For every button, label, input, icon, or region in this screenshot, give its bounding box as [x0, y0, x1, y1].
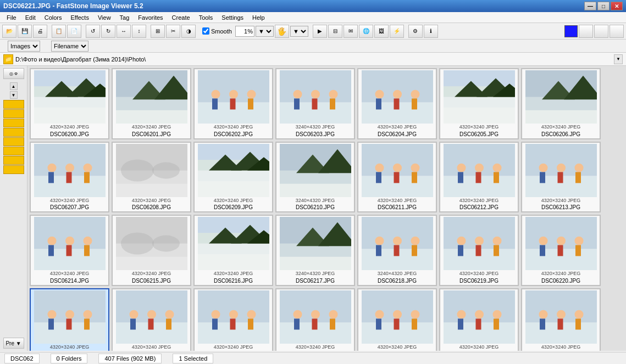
smooth-checkbox[interactable] [202, 27, 209, 35]
thumbnail-item-DSC06221.JPG[interactable]: 4320×3240 JPEGDSC06221.JPG [30, 288, 109, 351]
thumbnail-item-DSC06212.JPG[interactable]: 4320×3240 JPEGDSC06212.JPG [439, 142, 519, 213]
folder-item-3[interactable] [3, 119, 24, 127]
tb-batch-button[interactable]: ⚡ [390, 25, 404, 38]
thumbnail-item-DSC06211.JPG[interactable]: 4320×3240 JPEGDSC06211.JPG [357, 142, 437, 213]
thumbnail-area[interactable]: 4320×3240 JPEGDSC06200.JPG 4320×3240 JPE… [27, 66, 626, 351]
svg-rect-143 [557, 245, 563, 256]
svg-rect-23 [294, 98, 300, 109]
path-text: D:\Фото и видео\Драгобрат (Зима 2014)\Ph… [15, 56, 614, 63]
thumbnail-item-DSC06228.JPG[interactable]: 4320×3240 JPEGDSC06228.JPG [275, 288, 355, 351]
menu-favorites[interactable]: Favorites [134, 12, 167, 23]
tb-info-button[interactable]: ℹ [424, 25, 438, 38]
color-box[interactable] [564, 25, 578, 37]
percent-dropdown[interactable]: ▼ [256, 26, 274, 37]
tb-slideshow-button[interactable]: ▶ [313, 25, 327, 38]
tb-rotate-right-button[interactable]: ↻ [101, 25, 115, 38]
menu-colors[interactable]: Colors [40, 12, 67, 23]
thumbnail-item-DSC06217.JPG[interactable]: 3240×4320 JPEGDSC06217.JPG [275, 215, 355, 286]
folder-item-1[interactable] [3, 100, 24, 109]
thumbnail-item-DSC06230.JPG[interactable]: 4320×3240 JPEGDSC06230.JPG [439, 288, 519, 351]
tb-resize-button[interactable]: ⊞ [151, 25, 165, 38]
tb-extra1-button[interactable] [579, 25, 593, 38]
thumbnail-item-DSC06215.JPG[interactable]: 4320×3240 JPEGDSC06215.JPG [112, 215, 191, 286]
thumbnail-item-DSC06201.JPG[interactable]: 4320×3240 JPEGDSC06201.JPG [112, 68, 191, 139]
thumbnail-item-DSC06219.JPG[interactable]: 4320×3240 JPEGDSC06219.JPG [439, 215, 519, 286]
tb-email-button[interactable]: ✉ [344, 25, 358, 38]
close-button[interactable]: ✕ [611, 2, 623, 10]
path-dropdown-button[interactable]: ▼ [614, 54, 623, 64]
thumbnail-item-DSC06203.JPG[interactable]: 3240×4320 JPEGDSC06203.JPG [275, 68, 355, 139]
tb-rotate-left-button[interactable]: ↺ [86, 25, 100, 38]
thumbnail-item-DSC06231.JPG[interactable]: 4320×3240 JPEGDSC06231.JPG [521, 288, 601, 351]
svg-rect-173 [294, 318, 300, 329]
tb-print-button[interactable]: 🖨 [33, 25, 47, 38]
svg-rect-137 [494, 245, 499, 256]
menu-settings[interactable]: Settings [217, 12, 248, 23]
tb-flip-h-button[interactable]: ↔ [117, 25, 131, 38]
folder-item-2[interactable] [3, 109, 24, 118]
thumbnail-item-DSC06209.JPG[interactable]: 4320×3240 JPEGDSC06209.JPG [193, 142, 273, 213]
menu-tools[interactable]: Tools [195, 12, 218, 23]
svg-rect-185 [412, 318, 417, 329]
nav-up-arrow[interactable]: ▲ [10, 82, 18, 90]
thumbnail-image [362, 70, 433, 124]
thumbnail-item-DSC06204.JPG[interactable]: 4320×3240 JPEGDSC06204.JPG [357, 68, 437, 139]
menu-file[interactable]: File [2, 12, 21, 23]
pre-label[interactable]: Pre ▼ [3, 338, 24, 349]
thumbnail-item-DSC06200.JPG[interactable]: 4320×3240 JPEGDSC06200.JPG [30, 68, 109, 139]
tb-wallpaper-button[interactable]: 🖼 [374, 25, 389, 38]
folder-item-8[interactable] [3, 165, 24, 174]
menu-create[interactable]: Create [168, 12, 195, 23]
thumbnail-name: DSC06207.JPG [50, 204, 89, 210]
tb-copy-button[interactable]: 📋 [52, 25, 66, 38]
thumbnail-item-DSC06220.JPG[interactable]: 4320×3240 JPEGDSC06220.JPG [521, 215, 601, 286]
thumbnail-item-DSC06213.JPG[interactable]: 4320×3240 JPEGDSC06213.JPG [521, 142, 601, 213]
maximize-button[interactable]: □ [597, 2, 610, 10]
images-select[interactable]: Images [8, 41, 40, 52]
minimize-button[interactable]: — [584, 2, 596, 10]
thumbnail-item-DSC06206.JPG[interactable]: 4320×3240 JPEGDSC06206.JPG [521, 68, 601, 139]
nav-down-arrow[interactable]: ▼ [10, 91, 18, 99]
folder-item-5[interactable] [3, 137, 24, 146]
thumbnail-item-DSC06218.JPG[interactable]: 3240×4320 JPEGDSC06218.JPG [357, 215, 437, 286]
menu-edit[interactable]: Edit [21, 12, 40, 23]
tb-hand-tool[interactable]: 🖐 [275, 25, 289, 38]
tb-compare-button[interactable]: ⊟ [328, 25, 342, 38]
thumbnail-item-DSC06208.JPG[interactable]: 4320×3240 JPEGDSC06208.JPG [112, 142, 191, 213]
tb-extra3-button[interactable] [610, 25, 624, 38]
svg-rect-102 [66, 245, 71, 256]
thumbnail-item-DSC06205.JPG[interactable]: 4320×3240 JPEGDSC06205.JPG [439, 68, 519, 139]
thumbnail-item-DSC06222.JPG[interactable]: 4320×3240 JPEGDSC06222.JPG [112, 288, 191, 351]
thumbnail-image [362, 290, 433, 344]
tb-flip-v-button[interactable]: ↕ [132, 25, 146, 38]
menu-tag[interactable]: Tag [115, 12, 134, 23]
tb-save-button[interactable]: 💾 [18, 25, 32, 38]
window-controls: — □ ✕ [584, 2, 623, 10]
thumbnail-meta: 4320×3240 JPEG [214, 344, 253, 351]
percent-input[interactable]: 1% [235, 26, 254, 37]
tb-adjust-button[interactable]: ◑ [181, 25, 196, 38]
thumbnail-item-DSC06216.JPG[interactable]: 4320×3240 JPEGDSC06216.JPG [193, 215, 273, 286]
menu-view[interactable]: View [93, 12, 115, 23]
tb-options-button[interactable]: ⚙ [408, 25, 423, 38]
tb-crop-button[interactable]: ✂ [166, 25, 180, 38]
hand-dropdown[interactable]: ▼ [290, 26, 308, 37]
folder-item-7[interactable] [3, 156, 24, 165]
thumbnail-item-DSC06227.JPG[interactable]: 4320×3240 JPEGDSC06227.JPG [193, 288, 273, 351]
thumbnail-name: DSC06205.JPG [459, 131, 498, 137]
thumbnail-item-DSC06210.JPG[interactable]: 3240×4320 JPEGDSC06210.JPG [275, 142, 355, 213]
menu-help[interactable]: Help [248, 12, 269, 23]
panel-toggle-button[interactable]: ◎ Ф [3, 68, 24, 79]
thumbnail-item-DSC06202.JPG[interactable]: 4320×3240 JPEGDSC06202.JPG [193, 68, 273, 139]
folder-item-4[interactable] [3, 128, 24, 137]
thumbnail-item-DSC06207.JPG[interactable]: 4320×3240 JPEGDSC06207.JPG [30, 142, 109, 213]
tb-web-button[interactable]: 🌐 [359, 25, 373, 38]
tb-extra2-button[interactable] [594, 25, 608, 38]
filename-select[interactable]: Filename [51, 41, 88, 52]
menu-effects[interactable]: Effects [67, 12, 93, 23]
thumbnail-item-DSC06214.JPG[interactable]: 4320×3240 JPEGDSC06214.JPG [30, 215, 109, 286]
tb-paste-button[interactable]: 📄 [67, 25, 81, 38]
thumbnail-item-DSC06229.JPG[interactable]: 4320×3240 JPEGDSC06229.JPG [357, 288, 437, 351]
folder-item-6[interactable] [3, 147, 24, 155]
tb-open-button[interactable]: 📂 [2, 25, 16, 38]
